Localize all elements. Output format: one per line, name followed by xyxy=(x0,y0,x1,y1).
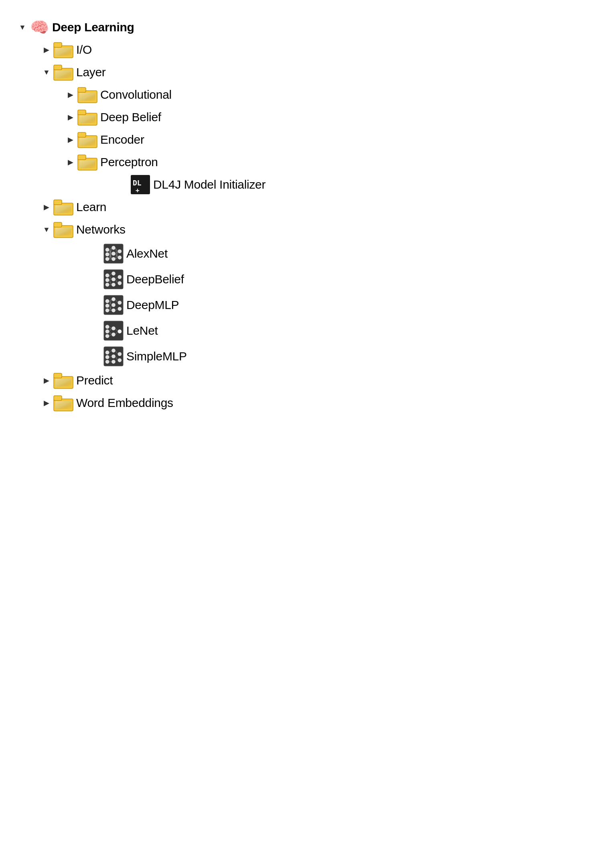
svg-point-57 xyxy=(111,283,116,287)
toggle-word-embeddings[interactable] xyxy=(40,397,53,409)
label-convolutional: Convolutional xyxy=(100,88,172,102)
network-icon-deepmlp xyxy=(103,295,124,315)
tree-item-word-embeddings[interactable]: Word Embeddings xyxy=(12,392,604,414)
svg-rect-26 xyxy=(55,228,71,236)
svg-rect-113 xyxy=(55,378,71,386)
network-icon-deepbelief xyxy=(103,269,124,290)
svg-point-58 xyxy=(118,275,122,279)
svg-point-74 xyxy=(118,301,122,305)
tree-item-perceptron[interactable]: Perceptron xyxy=(12,151,604,173)
tree-item-learn[interactable]: Learn xyxy=(12,196,604,218)
svg-rect-4 xyxy=(54,65,62,70)
svg-point-33 xyxy=(111,257,116,261)
tree-item-deepmlp[interactable]: DeepMLP xyxy=(12,292,604,318)
svg-point-86 xyxy=(105,329,109,333)
svg-text:+: + xyxy=(136,187,140,194)
folder-icon-deep-belief xyxy=(77,108,98,126)
svg-point-29 xyxy=(105,252,109,256)
folder-icon-encoder xyxy=(77,131,98,148)
svg-point-88 xyxy=(111,326,116,330)
svg-point-102 xyxy=(111,354,116,358)
tree-item-deepbelief[interactable]: DeepBelief xyxy=(12,266,604,292)
svg-rect-22 xyxy=(54,200,62,205)
tree-item-encoder[interactable]: Encoder xyxy=(12,128,604,151)
tree-item-networks[interactable]: Networks xyxy=(12,218,604,241)
svg-rect-8 xyxy=(79,93,95,101)
toggle-learn[interactable] xyxy=(40,201,53,214)
label-alexnet: AlexNet xyxy=(126,247,168,260)
tree-item-deep-belief[interactable]: Deep Belief xyxy=(12,106,604,128)
svg-rect-2 xyxy=(55,48,71,56)
svg-point-98 xyxy=(105,351,109,355)
svg-point-69 xyxy=(105,304,109,308)
svg-rect-16 xyxy=(78,155,86,160)
svg-point-30 xyxy=(105,257,109,261)
tree-item-predict[interactable]: Predict xyxy=(12,369,604,392)
label-predict: Predict xyxy=(76,374,113,387)
toggle-deep-learning[interactable] xyxy=(16,21,29,34)
toggle-predict[interactable] xyxy=(40,374,53,387)
folder-icon-perceptron xyxy=(77,153,98,171)
tree-container: 🧠 Deep Learning I/O xyxy=(0,8,616,422)
toggle-convolutional[interactable] xyxy=(64,88,77,101)
svg-point-73 xyxy=(111,309,116,313)
label-io: I/O xyxy=(76,43,92,57)
svg-rect-13 xyxy=(78,132,86,137)
tree-item-dl4j[interactable]: DL + DL4J Model Initializer xyxy=(12,173,604,196)
label-simplemlp: SimpleMLP xyxy=(126,350,187,363)
svg-rect-23 xyxy=(55,205,71,213)
folder-icon-networks xyxy=(53,221,74,238)
svg-point-101 xyxy=(111,349,116,353)
svg-rect-7 xyxy=(78,87,86,92)
toggle-deep-belief[interactable] xyxy=(64,111,77,124)
svg-point-34 xyxy=(118,249,122,253)
toggle-layer[interactable] xyxy=(40,66,53,79)
svg-point-70 xyxy=(105,309,109,313)
svg-rect-5 xyxy=(55,70,71,78)
label-layer: Layer xyxy=(76,65,106,79)
label-dl4j: DL4J Model Initializer xyxy=(153,178,265,191)
svg-point-89 xyxy=(111,333,116,337)
svg-point-105 xyxy=(118,358,122,362)
label-networks: Networks xyxy=(76,223,126,236)
svg-rect-14 xyxy=(79,138,95,146)
toggle-networks[interactable] xyxy=(40,223,53,236)
tree-item-io[interactable]: I/O xyxy=(12,39,604,61)
svg-rect-17 xyxy=(79,160,95,168)
folder-icon-predict xyxy=(53,372,74,389)
svg-point-56 xyxy=(111,277,116,281)
svg-point-99 xyxy=(105,355,109,359)
svg-rect-25 xyxy=(54,222,62,227)
svg-text:DL: DL xyxy=(133,179,142,187)
svg-point-68 xyxy=(105,299,109,303)
brain-icon: 🧠 xyxy=(29,18,50,36)
label-perceptron: Perceptron xyxy=(100,155,158,169)
label-learn: Learn xyxy=(76,200,106,214)
svg-point-71 xyxy=(111,297,116,301)
folder-icon-io xyxy=(53,41,74,59)
svg-point-103 xyxy=(111,360,116,364)
label-lenet: LeNet xyxy=(126,324,158,338)
folder-icon-convolutional xyxy=(77,86,98,104)
tree-item-convolutional[interactable]: Convolutional xyxy=(12,83,604,106)
tree-item-lenet[interactable]: LeNet xyxy=(12,318,604,344)
tree-item-simplemlp[interactable]: SimpleMLP xyxy=(12,344,604,369)
tree-item-layer[interactable]: Layer xyxy=(12,61,604,83)
toggle-encoder[interactable] xyxy=(64,133,77,146)
toggle-perceptron[interactable] xyxy=(64,156,77,169)
label-deepbelief: DeepBelief xyxy=(126,272,184,286)
label-encoder: Encoder xyxy=(100,133,144,146)
svg-rect-11 xyxy=(79,115,95,123)
tree-item-deep-learning[interactable]: 🧠 Deep Learning xyxy=(12,16,604,39)
toggle-io[interactable] xyxy=(40,43,53,56)
svg-point-100 xyxy=(105,360,109,364)
svg-rect-115 xyxy=(54,396,62,401)
network-icon-simplemlp xyxy=(103,346,124,367)
label-deep-learning: Deep Learning xyxy=(52,20,134,34)
svg-rect-112 xyxy=(54,373,62,378)
svg-point-90 xyxy=(118,329,122,333)
svg-rect-116 xyxy=(55,401,71,409)
tree-item-alexnet[interactable]: AlexNet xyxy=(12,241,604,266)
svg-point-87 xyxy=(105,334,109,338)
network-icon-alexnet xyxy=(103,243,124,264)
